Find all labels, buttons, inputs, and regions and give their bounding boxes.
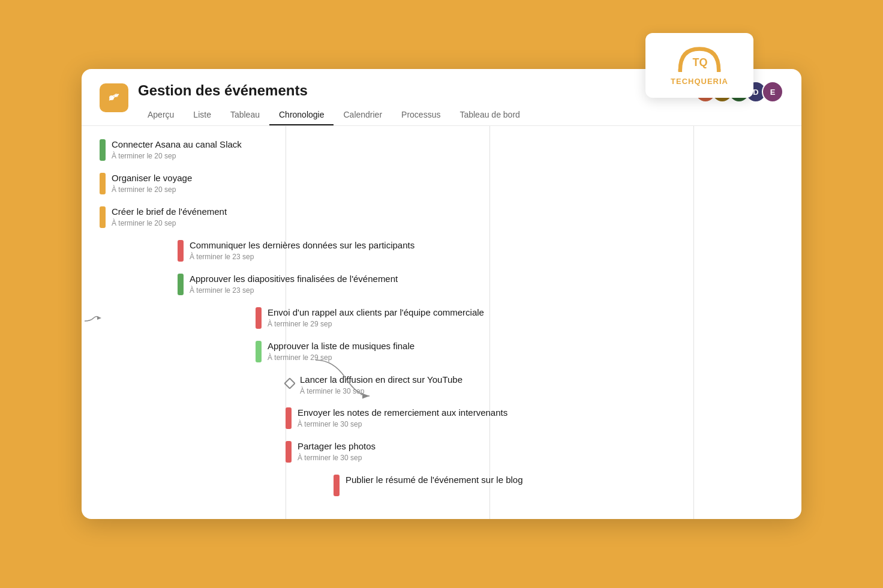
task-info: Organiser le voyage À terminer le 20 sep bbox=[112, 172, 192, 194]
task-marker-yellow bbox=[100, 173, 106, 194]
tab-processus[interactable]: Processus bbox=[392, 105, 450, 125]
timeline-content: Connecter Asana au canal Slack À termine… bbox=[82, 126, 801, 519]
task-item[interactable]: Publier le résumé de l'événement sur le … bbox=[100, 473, 783, 496]
logo-arc-svg: TQ bbox=[675, 45, 723, 72]
task-name: Envoyer les notes de remerciement aux in… bbox=[298, 406, 507, 419]
app-icon bbox=[100, 83, 128, 112]
task-list: Connecter Asana au canal Slack À termine… bbox=[100, 138, 783, 496]
task-date: À terminer le 20 sep bbox=[112, 152, 242, 160]
task-info: Approuver la liste de musiques finale À … bbox=[268, 340, 415, 362]
task-item[interactable]: Créer le brief de l'événement À terminer… bbox=[100, 205, 783, 228]
task-name: Envoi d'un rappel aux clients par l'équi… bbox=[268, 306, 484, 319]
task-marker-red bbox=[334, 475, 340, 496]
task-info: Créer le brief de l'événement À terminer… bbox=[112, 205, 227, 227]
task-item[interactable]: Connecter Asana au canal Slack À termine… bbox=[100, 138, 783, 161]
nav-tabs: Aperçu Liste Tableau Chronologie Calendr… bbox=[138, 105, 530, 125]
task-item[interactable]: Envoi d'un rappel aux clients par l'équi… bbox=[100, 306, 783, 329]
task-marker-yellow bbox=[100, 206, 106, 228]
task-item[interactable]: Approuver la liste de musiques finale À … bbox=[100, 340, 783, 362]
task-date: À terminer le 20 sep bbox=[112, 219, 227, 227]
task-name: Connecter Asana au canal Slack bbox=[112, 138, 242, 151]
outer-wrapper: TQ TECHQUERIA Gestion des événements bbox=[82, 69, 801, 518]
task-name: Lancer la diffusion en direct sur YouTub… bbox=[300, 373, 462, 386]
task-marker-red bbox=[178, 240, 184, 262]
task-info: Envoyer les notes de remerciement aux in… bbox=[298, 406, 507, 428]
task-marker-red bbox=[256, 307, 262, 329]
task-item[interactable]: Approuver les diapositives finalisées de… bbox=[100, 272, 783, 295]
task-date: À terminer le 23 sep bbox=[190, 286, 398, 295]
tab-calendrier[interactable]: Calendrier bbox=[334, 105, 392, 125]
task-name: Publier le résumé de l'événement sur le … bbox=[346, 473, 523, 486]
task-date: À terminer le 30 sep bbox=[298, 420, 507, 428]
task-marker-red bbox=[286, 407, 292, 429]
avatar-5: E bbox=[762, 81, 783, 103]
app-icon-svg bbox=[106, 89, 122, 106]
tab-apercu[interactable]: Aperçu bbox=[138, 105, 184, 125]
task-item[interactable]: Organiser le voyage À terminer le 20 sep bbox=[100, 172, 783, 194]
task-item[interactable]: Partager les photos À terminer le 30 sep bbox=[100, 440, 783, 463]
task-date: À terminer le 30 sep bbox=[298, 454, 376, 462]
task-info: Lancer la diffusion en direct sur YouTub… bbox=[300, 373, 462, 395]
svg-text:TQ: TQ bbox=[692, 57, 707, 69]
logo-card: TQ TECHQUERIA bbox=[645, 33, 753, 98]
task-date: À terminer le 20 sep bbox=[112, 185, 192, 194]
task-name: Approuver la liste de musiques finale bbox=[268, 340, 415, 352]
tab-liste[interactable]: Liste bbox=[184, 105, 221, 125]
task-info: Approuver les diapositives finalisées de… bbox=[190, 272, 398, 295]
task-date: À terminer le 30 sep bbox=[300, 387, 462, 395]
logo-brand-text: TECHQUERIA bbox=[671, 77, 728, 86]
tab-tableau[interactable]: Tableau bbox=[221, 105, 269, 125]
task-marker-light-green bbox=[256, 341, 262, 362]
task-info: Connecter Asana au canal Slack À termine… bbox=[112, 138, 242, 160]
task-info: Partager les photos À terminer le 30 sep bbox=[298, 440, 376, 462]
task-item[interactable]: Envoyer les notes de remerciement aux in… bbox=[100, 406, 783, 429]
task-name: Créer le brief de l'événement bbox=[112, 205, 227, 218]
task-marker-green bbox=[100, 139, 106, 161]
tab-chronologie[interactable]: Chronologie bbox=[269, 105, 334, 125]
header-content: Gestion des événements Aperçu Liste Tabl… bbox=[138, 81, 530, 125]
task-info: Communiquer les dernières données sur le… bbox=[190, 239, 415, 261]
task-date: À terminer le 29 sep bbox=[268, 353, 415, 362]
header-left: Gestion des événements Aperçu Liste Tabl… bbox=[100, 81, 695, 125]
arrow-indicator bbox=[82, 312, 100, 324]
task-name: Approuver les diapositives finalisées de… bbox=[190, 272, 398, 285]
task-info: Publier le résumé de l'événement sur le … bbox=[346, 473, 523, 486]
task-item[interactable]: Communiquer les dernières données sur le… bbox=[100, 239, 783, 262]
task-name: Communiquer les dernières données sur le… bbox=[190, 239, 415, 251]
app-card: Gestion des événements Aperçu Liste Tabl… bbox=[82, 69, 801, 518]
task-date: À terminer le 29 sep bbox=[268, 320, 484, 328]
svg-marker-7 bbox=[97, 316, 101, 320]
tab-tableau-de-bord[interactable]: Tableau de bord bbox=[450, 105, 529, 125]
page-title: Gestion des événements bbox=[138, 81, 530, 100]
task-name: Organiser le voyage bbox=[112, 172, 192, 184]
task-item[interactable]: Lancer la diffusion en direct sur YouTub… bbox=[100, 373, 783, 395]
task-name: Partager les photos bbox=[298, 440, 376, 452]
task-date: À terminer le 23 sep bbox=[190, 253, 415, 261]
task-marker-diamond bbox=[284, 377, 296, 389]
task-info: Envoi d'un rappel aux clients par l'équi… bbox=[268, 306, 484, 328]
task-marker-red bbox=[286, 441, 292, 463]
task-marker-green bbox=[178, 274, 184, 295]
